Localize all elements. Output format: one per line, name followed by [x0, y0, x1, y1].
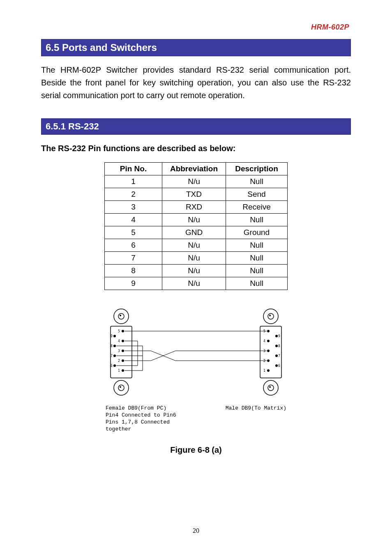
cell: Ground: [226, 226, 288, 239]
svg-point-18: [113, 355, 116, 357]
th-abbrev: Abbreviation: [162, 163, 226, 175]
svg-point-1: [118, 313, 124, 319]
th-desc: Description: [226, 163, 288, 175]
cell: N/u: [162, 252, 226, 265]
table-row: 7N/uNull: [105, 252, 288, 265]
svg-point-27: [269, 315, 271, 316]
svg-text:8: 8: [278, 344, 280, 348]
male-caption: Male DB9(To Matrix): [226, 405, 286, 433]
db9-diagram: 5 4 3 2 1 9 8 7 6 5: [106, 306, 286, 433]
female-connector-icon: 5 4 3 2 1 9 8 7 6: [111, 309, 132, 395]
female-caption: Female DB9(From PC) Pin4 Connected to Pi…: [106, 405, 192, 433]
svg-point-24: [120, 386, 121, 388]
svg-point-20: [113, 364, 116, 367]
page-number: 20: [0, 527, 392, 534]
female-caption-line1: Female DB9(From PC): [106, 405, 192, 412]
cell: 3: [105, 201, 162, 214]
table-row: 5GNDGround: [105, 226, 288, 239]
table-row: 6N/uNull: [105, 239, 288, 252]
svg-point-29: [267, 330, 270, 332]
cell: N/u: [162, 214, 226, 226]
cell: 8: [105, 265, 162, 277]
cell: 4: [105, 214, 162, 226]
female-caption-line3: Pins 1,7,8 Connected together: [106, 419, 192, 433]
svg-text:1: 1: [263, 369, 265, 373]
figure-label: Figure 6-8 (a): [41, 445, 351, 455]
cell: Null: [226, 265, 288, 277]
table-intro: The RS-232 Pin functions are described a…: [41, 144, 351, 153]
section-title-bar: 6.5 Ports and Switchers: [41, 39, 351, 56]
db9-svg: 5 4 3 2 1 9 8 7 6 5: [106, 306, 286, 401]
cell: TXD: [162, 188, 226, 201]
cell: Receive: [226, 201, 288, 214]
table-row: 9N/uNull: [105, 277, 288, 290]
table-row: 3RXDReceive: [105, 201, 288, 214]
table-row: 8N/uNull: [105, 265, 288, 277]
svg-text:7: 7: [111, 354, 113, 358]
svg-text:4: 4: [118, 339, 120, 343]
table-row: 1N/uNull: [105, 175, 288, 188]
wiring-lines: [116, 331, 267, 371]
cell: 7: [105, 252, 162, 265]
table-row: 4N/uNull: [105, 214, 288, 226]
cell: 9: [105, 277, 162, 290]
cell: Null: [226, 252, 288, 265]
cell: 2: [105, 188, 162, 201]
svg-point-4: [122, 330, 124, 332]
svg-text:5: 5: [118, 329, 120, 333]
th-pin-no: Pin No.: [105, 163, 162, 175]
svg-rect-3: [111, 326, 132, 378]
cell: GND: [162, 226, 226, 239]
cell: N/u: [162, 175, 226, 188]
svg-text:9: 9: [111, 334, 113, 338]
cell: RXD: [162, 201, 226, 214]
cell: 5: [105, 226, 162, 239]
svg-point-31: [267, 340, 270, 342]
svg-point-23: [118, 385, 124, 391]
intro-paragraph: The HRM-602P Switcher provides standard …: [41, 64, 351, 102]
svg-point-43: [275, 355, 278, 357]
svg-point-16: [113, 345, 116, 347]
svg-point-48: [268, 385, 274, 391]
svg-text:6: 6: [278, 364, 280, 368]
svg-point-33: [267, 350, 270, 352]
svg-point-45: [275, 364, 278, 367]
cell: Null: [226, 239, 288, 252]
cell: Send: [226, 188, 288, 201]
svg-point-37: [267, 369, 270, 372]
svg-text:2: 2: [118, 359, 120, 363]
cell: Null: [226, 277, 288, 290]
svg-point-8: [122, 350, 124, 352]
svg-text:7: 7: [278, 354, 280, 358]
cell: N/u: [162, 277, 226, 290]
svg-point-39: [275, 335, 278, 337]
male-connector-icon: 5 4 3 2 1 9 8 7 6: [260, 309, 281, 395]
svg-text:8: 8: [111, 344, 113, 348]
cell: 6: [105, 239, 162, 252]
svg-point-35: [267, 359, 270, 362]
svg-point-49: [269, 386, 271, 388]
header-model: HRM-602P: [41, 23, 351, 32]
pin-table: Pin No. Abbreviation Description 1N/uNul…: [104, 162, 288, 290]
table-header-row: Pin No. Abbreviation Description: [105, 163, 288, 175]
svg-text:9: 9: [278, 334, 280, 338]
cell: Null: [226, 214, 288, 226]
svg-point-26: [268, 313, 274, 319]
svg-point-14: [113, 335, 116, 337]
cell: Null: [226, 175, 288, 188]
cell: N/u: [162, 239, 226, 252]
svg-text:6: 6: [111, 364, 113, 368]
svg-text:4: 4: [263, 339, 265, 343]
svg-point-2: [120, 315, 121, 316]
svg-text:1: 1: [118, 369, 120, 373]
svg-point-41: [275, 345, 278, 347]
cell: 1: [105, 175, 162, 188]
cell: N/u: [162, 265, 226, 277]
female-caption-line2: Pin4 Connected to Pin6: [106, 412, 192, 419]
subsection-title-bar: 6.5.1 RS-232: [41, 118, 351, 135]
svg-point-10: [122, 359, 124, 362]
table-row: 2TXDSend: [105, 188, 288, 201]
svg-text:3: 3: [118, 349, 120, 353]
svg-point-6: [122, 340, 124, 342]
svg-point-12: [122, 369, 124, 372]
